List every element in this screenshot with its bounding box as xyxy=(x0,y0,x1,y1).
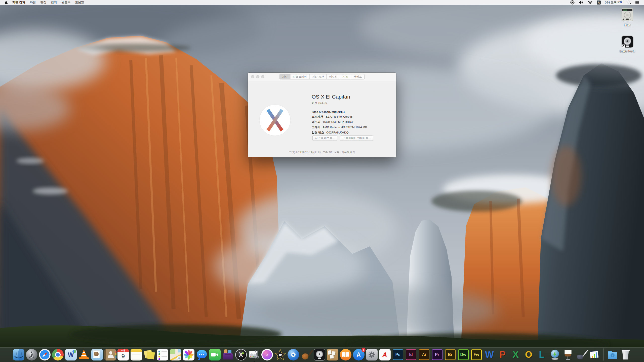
apple-menu[interactable] xyxy=(4,0,10,5)
window-toolbar: 개요 디스플레이 저장 공간 메모리 지원 서비스 xyxy=(248,73,396,81)
dock-item-vlc[interactable] xyxy=(78,349,90,360)
dock-item-dvd-ripper[interactable] xyxy=(288,349,299,360)
dock-item-indesign[interactable]: Id xyxy=(406,349,416,360)
dock-item-photo-board-app[interactable] xyxy=(327,349,338,360)
dock-item-logic-pro[interactable] xyxy=(314,349,325,360)
x-letter: X xyxy=(239,351,243,358)
star-camera-icon xyxy=(274,349,286,360)
spotlight-icon[interactable] xyxy=(625,0,633,5)
wifi-icon[interactable] xyxy=(586,0,595,5)
hard-drive-icon xyxy=(620,8,635,22)
dock-item-itunes[interactable]: ♪ xyxy=(261,349,273,360)
dock-item-photos[interactable] xyxy=(183,349,194,360)
dock-item-download-manager[interactable] xyxy=(549,349,561,360)
dock-item-maps[interactable]: 3D xyxy=(170,349,181,360)
dock-item-screen-capture[interactable] xyxy=(248,349,260,360)
window-controls xyxy=(251,75,264,78)
dock-item-bridge[interactable]: Br xyxy=(445,349,456,360)
apple-logo-icon xyxy=(5,1,8,5)
dock-item-facetime[interactable] xyxy=(209,349,221,360)
dock-item-ibooks[interactable] xyxy=(340,349,351,360)
input-source-badge: A xyxy=(597,1,601,5)
dock-item-reminders[interactable] xyxy=(157,349,168,360)
dock-item-pages[interactable] xyxy=(575,349,587,360)
finder-icon xyxy=(13,349,24,360)
software-update-button[interactable]: 소프트웨어 업데이트... xyxy=(340,135,373,141)
dock-item-word[interactable]: W xyxy=(484,349,495,360)
dock-item-powerpoint[interactable]: P xyxy=(497,349,508,360)
license-agreement-link[interactable]: 사용권 계약 xyxy=(342,151,355,154)
menu-file[interactable]: 파일 xyxy=(27,0,38,5)
minimize-button[interactable] xyxy=(256,75,259,78)
zoom-button[interactable] xyxy=(261,75,264,78)
menu-edit[interactable]: 편집 xyxy=(38,0,49,5)
os-title: OS X El Capitan xyxy=(312,94,392,100)
system-info: OS X El Capitan 버전 10.11.6 iMac (27-inch… xyxy=(312,94,392,134)
input-source-menu[interactable]: A xyxy=(595,0,603,5)
menu-bar-left: 화면 캡처 파일 편집 캡처 윈도우 도움말 xyxy=(0,0,86,5)
dock-item-downloads-folder[interactable]: ↓ xyxy=(607,349,618,360)
menu-capture[interactable]: 캡처 xyxy=(49,0,59,5)
tab-displays[interactable]: 디스플레이 xyxy=(290,74,309,79)
dock-item-finder[interactable] xyxy=(13,349,24,360)
dock-item-launchpad[interactable] xyxy=(26,349,37,360)
dock-item-contacts[interactable] xyxy=(104,349,116,360)
dock-item-calendar[interactable]: 12월 9 xyxy=(117,349,129,360)
dock-item-trash[interactable] xyxy=(620,349,631,360)
dock: W 12월 9 xyxy=(0,347,644,362)
desktop-screen: 화면 캡처 파일 편집 캡처 윈도우 도움말 xyxy=(0,0,644,362)
calendar-day: 9 xyxy=(117,352,129,360)
dock-item-toast[interactable] xyxy=(222,349,234,360)
tab-service[interactable]: 서비스 xyxy=(351,74,365,79)
dock-item-illustrator[interactable]: Ai xyxy=(419,349,429,360)
inkwell-icon xyxy=(577,355,583,359)
dock-item-keynote[interactable] xyxy=(562,349,574,360)
dock-item-imovie[interactable] xyxy=(274,349,286,360)
dock-divider xyxy=(603,348,603,360)
dock-item-mail[interactable] xyxy=(91,349,103,360)
dock-item-outlook[interactable]: O xyxy=(523,349,535,360)
compass-needle-icon xyxy=(39,349,51,360)
tab-memory[interactable]: 메모리 xyxy=(327,74,340,79)
app-store-letter: A xyxy=(356,351,361,358)
dock-item-numbers[interactable] xyxy=(588,349,600,360)
running-indicator xyxy=(254,361,255,362)
menu-help[interactable]: 도움말 xyxy=(73,0,86,5)
dock-item-stickies[interactable] xyxy=(144,349,155,360)
dock-item-messages[interactable] xyxy=(196,349,208,360)
dock-item-webhard[interactable]: W xyxy=(65,349,77,360)
tab-support[interactable]: 지원 xyxy=(340,74,351,79)
logic-pro-icon xyxy=(621,35,634,48)
dock-item-safari[interactable] xyxy=(39,349,51,360)
dock-item-fireworks[interactable]: Fw xyxy=(471,349,482,360)
dock-item-app-store[interactable]: A 1 xyxy=(353,349,365,360)
notification-center-icon[interactable] xyxy=(633,0,641,5)
dock-item-acrobat-reader[interactable]: A xyxy=(379,349,391,360)
desktop-icon-label: Logic Pro X xyxy=(616,50,638,53)
dock-item-notes[interactable] xyxy=(131,349,142,360)
dock-item-dreamweaver[interactable]: Dw xyxy=(458,349,469,360)
dock-item-chrome[interactable] xyxy=(52,349,64,360)
desktop-icon-logic-pro[interactable]: Logic Pro X xyxy=(616,35,638,53)
close-button[interactable] xyxy=(251,75,254,78)
copyright-footer: ™ 및 © 1983-2016 Apple Inc. 모든 권리 보유. 사용권… xyxy=(248,151,396,154)
tab-storage[interactable]: 저장 공간 xyxy=(309,74,326,79)
spec-serial: 일련 번호C02FPA8UDHJQ xyxy=(312,131,392,134)
dock-item-garageband[interactable] xyxy=(301,349,312,360)
menu-clock[interactable]: (수) 오후 9:05 xyxy=(603,0,625,5)
dock-item-x-media-app[interactable]: X xyxy=(235,349,247,360)
spec-graphics: 그래픽AMD Radeon HD 6970M 1024 MB xyxy=(312,125,392,129)
desktop-icon-imac-drive[interactable]: iMac xyxy=(616,8,638,26)
dock-item-system-preferences[interactable] xyxy=(366,349,378,360)
volume-icon[interactable] xyxy=(577,0,586,5)
menu-app-name[interactable]: 화면 캡처 xyxy=(10,0,27,5)
dock-item-photoshop[interactable]: Ps xyxy=(393,349,403,360)
scissors-photo-icon xyxy=(248,349,260,360)
fan-control-icon[interactable] xyxy=(568,0,577,5)
dock-item-excel[interactable]: X xyxy=(510,349,521,360)
menu-window[interactable]: 윈도우 xyxy=(59,0,73,5)
dock-item-premiere-pro[interactable]: Pr xyxy=(432,349,442,360)
tab-overview[interactable]: 개요 xyxy=(279,74,290,79)
system-report-button[interactable]: 시스템 리포트... xyxy=(312,135,337,141)
dock-item-lync[interactable]: L xyxy=(536,349,548,360)
